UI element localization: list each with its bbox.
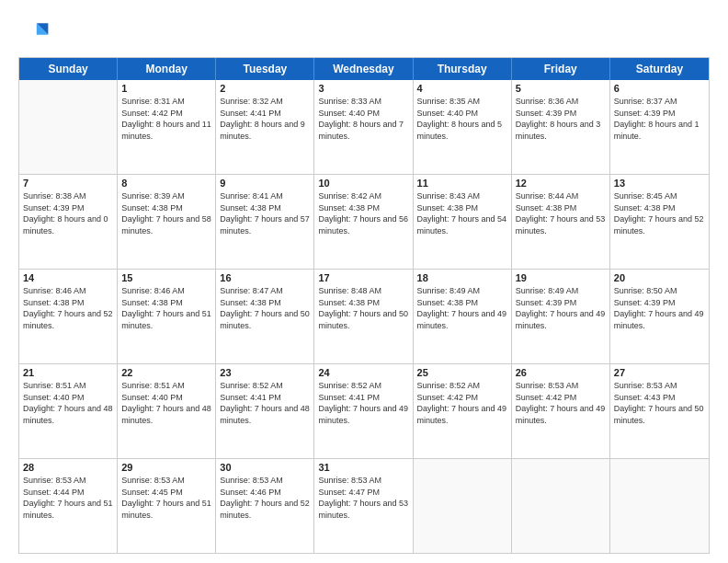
daylight: Daylight: 7 hours and 57 minutes.: [220, 213, 310, 236]
day-number: 7: [23, 178, 113, 189]
sunrise: Sunrise: 8:53 AM: [220, 475, 310, 487]
sunrise: Sunrise: 8:53 AM: [23, 475, 113, 487]
calendar-cell: 19Sunrise: 8:49 AMSunset: 4:39 PMDayligh…: [512, 270, 610, 363]
calendar-row: 1Sunrise: 8:31 AMSunset: 4:42 PMDaylight…: [19, 80, 709, 175]
sunrise: Sunrise: 8:37 AM: [614, 96, 705, 108]
sunrise: Sunrise: 8:32 AM: [220, 96, 310, 108]
sunset: Sunset: 4:38 PM: [417, 297, 507, 309]
daylight: Daylight: 7 hours and 49 minutes.: [417, 308, 507, 331]
calendar-header: SundayMondayTuesdayWednesdayThursdayFrid…: [19, 58, 709, 80]
day-info: Sunrise: 8:49 AMSunset: 4:38 PMDaylight:…: [417, 285, 507, 331]
sunset: Sunset: 4:41 PM: [220, 108, 310, 120]
daylight: Daylight: 8 hours and 0 minutes.: [23, 213, 113, 236]
day-number: 21: [23, 367, 113, 378]
daylight: Daylight: 7 hours and 49 minutes.: [516, 403, 606, 426]
calendar-row: 21Sunrise: 8:51 AMSunset: 4:40 PMDayligh…: [19, 364, 709, 459]
header: [18, 17, 710, 50]
sunrise: Sunrise: 8:53 AM: [121, 475, 211, 487]
calendar-cell: 23Sunrise: 8:52 AMSunset: 4:41 PMDayligh…: [216, 364, 314, 458]
day-number: 20: [614, 272, 705, 283]
daylight: Daylight: 7 hours and 50 minutes.: [614, 403, 705, 426]
sunrise: Sunrise: 8:49 AM: [417, 285, 507, 297]
calendar-cell: 8Sunrise: 8:39 AMSunset: 4:38 PMDaylight…: [118, 175, 216, 269]
daylight: Daylight: 7 hours and 48 minutes.: [220, 403, 310, 426]
sunrise: Sunrise: 8:43 AM: [417, 190, 507, 202]
calendar-cell: 24Sunrise: 8:52 AMSunset: 4:41 PMDayligh…: [314, 364, 413, 458]
day-info: Sunrise: 8:46 AMSunset: 4:38 PMDaylight:…: [121, 285, 211, 331]
calendar-cell: 14Sunrise: 8:46 AMSunset: 4:38 PMDayligh…: [19, 270, 118, 363]
sunset: Sunset: 4:41 PM: [318, 392, 408, 404]
day-number: 2: [220, 83, 310, 94]
day-number: 23: [220, 367, 310, 378]
daylight: Daylight: 7 hours and 49 minutes.: [516, 308, 606, 331]
sunset: Sunset: 4:39 PM: [614, 108, 705, 120]
calendar-row: 28Sunrise: 8:53 AMSunset: 4:44 PMDayligh…: [19, 459, 709, 553]
day-number: 9: [220, 178, 310, 189]
day-info: Sunrise: 8:53 AMSunset: 4:47 PMDaylight:…: [318, 475, 408, 521]
sunset: Sunset: 4:38 PM: [121, 297, 211, 309]
daylight: Daylight: 7 hours and 53 minutes.: [516, 213, 606, 236]
logo-icon: [18, 17, 51, 50]
day-number: 1: [121, 83, 211, 94]
calendar-cell: 1Sunrise: 8:31 AMSunset: 4:42 PMDaylight…: [118, 80, 216, 174]
day-info: Sunrise: 8:52 AMSunset: 4:42 PMDaylight:…: [417, 380, 507, 426]
calendar-cell: [512, 459, 610, 553]
day-info: Sunrise: 8:43 AMSunset: 4:38 PMDaylight:…: [417, 190, 507, 236]
calendar-cell: 16Sunrise: 8:47 AMSunset: 4:38 PMDayligh…: [216, 270, 314, 363]
day-info: Sunrise: 8:33 AMSunset: 4:40 PMDaylight:…: [318, 96, 408, 142]
calendar-cell: [19, 80, 118, 174]
sunrise: Sunrise: 8:45 AM: [614, 190, 705, 202]
daylight: Daylight: 8 hours and 11 minutes.: [121, 119, 211, 142]
day-number: 18: [417, 272, 507, 283]
daylight: Daylight: 7 hours and 56 minutes.: [318, 213, 408, 236]
daylight: Daylight: 8 hours and 3 minutes.: [516, 119, 606, 142]
day-info: Sunrise: 8:53 AMSunset: 4:45 PMDaylight:…: [121, 475, 211, 521]
day-number: 6: [614, 83, 705, 94]
calendar-cell: 17Sunrise: 8:48 AMSunset: 4:38 PMDayligh…: [314, 270, 413, 363]
day-number: 4: [417, 83, 507, 94]
daylight: Daylight: 8 hours and 5 minutes.: [417, 119, 507, 142]
calendar-cell: 10Sunrise: 8:42 AMSunset: 4:38 PMDayligh…: [314, 175, 413, 269]
sunset: Sunset: 4:38 PM: [417, 202, 507, 214]
day-info: Sunrise: 8:49 AMSunset: 4:39 PMDaylight:…: [516, 285, 606, 331]
day-header: Saturday: [610, 58, 709, 80]
day-info: Sunrise: 8:32 AMSunset: 4:41 PMDaylight:…: [220, 96, 310, 142]
day-number: 11: [417, 178, 507, 189]
daylight: Daylight: 7 hours and 49 minutes.: [614, 308, 705, 331]
day-number: 27: [614, 367, 705, 378]
day-number: 12: [516, 178, 606, 189]
sunrise: Sunrise: 8:53 AM: [614, 380, 705, 392]
sunset: Sunset: 4:40 PM: [417, 108, 507, 120]
daylight: Daylight: 7 hours and 50 minutes.: [220, 308, 310, 331]
day-number: 31: [318, 462, 408, 473]
sunset: Sunset: 4:46 PM: [220, 487, 310, 499]
calendar-cell: 2Sunrise: 8:32 AMSunset: 4:41 PMDaylight…: [216, 80, 314, 174]
day-header: Sunday: [19, 58, 118, 80]
daylight: Daylight: 7 hours and 48 minutes.: [121, 403, 211, 426]
calendar-body: 1Sunrise: 8:31 AMSunset: 4:42 PMDaylight…: [19, 80, 709, 553]
sunrise: Sunrise: 8:31 AM: [121, 96, 211, 108]
day-info: Sunrise: 8:42 AMSunset: 4:38 PMDaylight:…: [318, 190, 408, 236]
daylight: Daylight: 7 hours and 50 minutes.: [318, 308, 408, 331]
daylight: Daylight: 7 hours and 51 minutes.: [121, 498, 211, 521]
sunset: Sunset: 4:38 PM: [121, 202, 211, 214]
sunset: Sunset: 4:43 PM: [614, 392, 705, 404]
calendar-cell: 27Sunrise: 8:53 AMSunset: 4:43 PMDayligh…: [610, 364, 709, 458]
calendar-cell: 11Sunrise: 8:43 AMSunset: 4:38 PMDayligh…: [414, 175, 512, 269]
sunset: Sunset: 4:42 PM: [516, 392, 606, 404]
sunrise: Sunrise: 8:44 AM: [516, 190, 606, 202]
daylight: Daylight: 7 hours and 49 minutes.: [318, 403, 408, 426]
calendar-cell: 4Sunrise: 8:35 AMSunset: 4:40 PMDaylight…: [414, 80, 512, 174]
calendar-row: 14Sunrise: 8:46 AMSunset: 4:38 PMDayligh…: [19, 270, 709, 364]
calendar-cell: 9Sunrise: 8:41 AMSunset: 4:38 PMDaylight…: [216, 175, 314, 269]
day-number: 14: [23, 272, 113, 283]
calendar-cell: 3Sunrise: 8:33 AMSunset: 4:40 PMDaylight…: [314, 80, 413, 174]
day-number: 30: [220, 462, 310, 473]
day-info: Sunrise: 8:52 AMSunset: 4:41 PMDaylight:…: [220, 380, 310, 426]
sunrise: Sunrise: 8:46 AM: [121, 285, 211, 297]
calendar-cell: 22Sunrise: 8:51 AMSunset: 4:40 PMDayligh…: [118, 364, 216, 458]
calendar-cell: 26Sunrise: 8:53 AMSunset: 4:42 PMDayligh…: [512, 364, 610, 458]
calendar-cell: 15Sunrise: 8:46 AMSunset: 4:38 PMDayligh…: [118, 270, 216, 363]
sunset: Sunset: 4:38 PM: [516, 202, 606, 214]
sunset: Sunset: 4:38 PM: [614, 202, 705, 214]
